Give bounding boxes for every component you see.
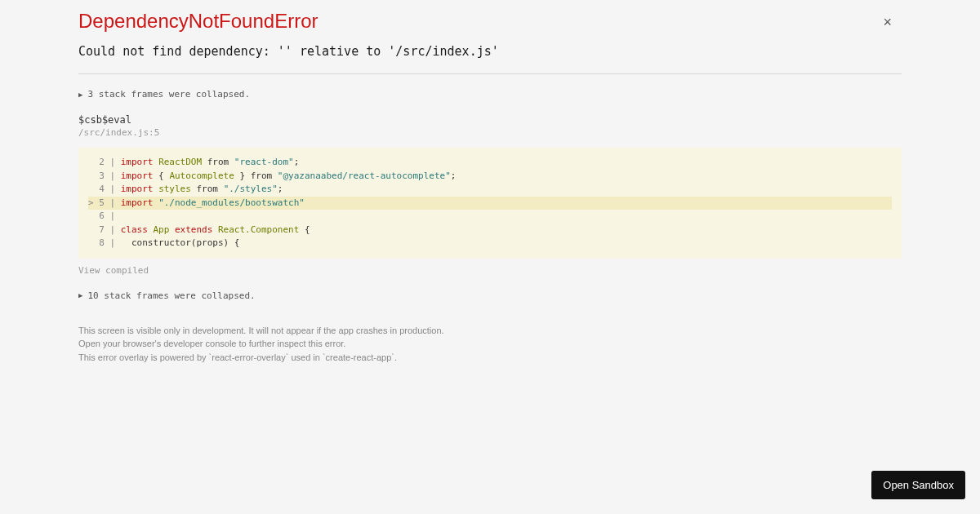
code-line: 6 | [88,210,892,224]
footer-line-2: Open your browser's developer console to… [78,337,902,351]
code-line: 3 | import { Autocomplete } from "@yazan… [88,170,892,184]
error-overlay: DependencyNotFoundError Could not find d… [0,0,980,364]
close-button[interactable]: × [883,15,892,29]
code-line: 4 | import styles from "./styles"; [88,183,892,197]
error-title: DependencyNotFoundError [78,10,902,33]
frame-name: $csb$eval [78,114,902,126]
footer-note: This screen is visible only in developme… [78,324,902,365]
frame-location: /src/index.js:5 [78,127,902,138]
error-message: Could not find dependency: '' relative t… [78,44,902,59]
code-line: 7 | class App extends React.Component { [88,224,892,237]
code-line: 2 | import ReactDOM from "react-dom"; [88,156,892,170]
expand-icon: ▶ [78,291,82,299]
collapsed-frames-top-label: 3 stack frames were collapsed. [87,89,250,100]
code-line: > 5 | import "./node_modules/bootswatch" [88,197,892,210]
footer-line-3: This error overlay is powered by `react-… [78,351,902,365]
code-line: 8 | constructor(props) { [88,237,892,250]
collapsed-frames-top[interactable]: ▶ 3 stack frames were collapsed. [78,89,902,100]
footer-line-1: This screen is visible only in developme… [78,324,902,338]
view-compiled-link[interactable]: View compiled [78,265,902,276]
divider [78,73,902,74]
open-sandbox-button[interactable]: Open Sandbox [871,471,965,499]
code-block: 2 | import ReactDOM from "react-dom"; 3 … [78,148,902,259]
expand-icon: ▶ [78,91,82,99]
collapsed-frames-bottom-label: 10 stack frames were collapsed. [87,290,255,301]
collapsed-frames-bottom[interactable]: ▶ 10 stack frames were collapsed. [78,290,902,301]
